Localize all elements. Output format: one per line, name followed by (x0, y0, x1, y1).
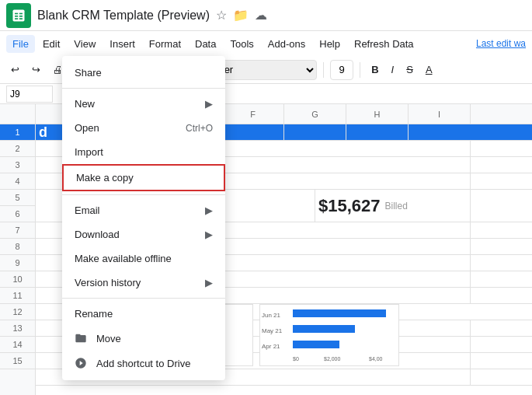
cell-stats-right[interactable]: $15,627 Billed (315, 190, 471, 222)
menu-view[interactable]: View (68, 35, 102, 53)
row-num-2: 2 (0, 141, 35, 157)
row-num-11: 11 (0, 288, 35, 304)
menu-help[interactable]: Help (313, 35, 346, 53)
menu-email-arrow: ▶ (205, 204, 213, 216)
menu-shortcut-item[interactable]: Add shortcut to Drive (62, 351, 225, 376)
cell-g1[interactable] (284, 124, 346, 140)
menu-version-item[interactable]: Version history ▶ (62, 271, 225, 295)
row-num-header (0, 104, 35, 124)
menu-download-item[interactable]: Download ▶ (62, 222, 225, 246)
cell-h1[interactable] (346, 124, 409, 140)
strikethrough-button[interactable]: S (402, 61, 418, 79)
title-icons: ☆ 📁 ☁ (216, 8, 267, 23)
menu-shortcut-label: Add shortcut to Drive (96, 358, 190, 369)
menu-divider-1 (62, 88, 225, 89)
menu-offline-label: Make available offline (75, 253, 172, 264)
drive-folder-icon[interactable]: 📁 (233, 8, 249, 23)
cloud-save-icon[interactable]: ☁ (255, 8, 267, 23)
menu-new-arrow: ▶ (205, 98, 213, 110)
toolbar-separator4 (323, 62, 324, 78)
menu-import-label: Import (75, 146, 103, 158)
menu-open-label: Open (75, 122, 99, 134)
menu-make-copy-label: Make a copy (76, 172, 134, 184)
row-num-1: 1 (0, 124, 35, 141)
menu-make-copy-item[interactable]: Make a copy (62, 164, 225, 191)
menu-format[interactable]: Format (143, 35, 187, 53)
menu-download-arrow: ▶ (205, 229, 213, 240)
row-num-7: 7 (0, 222, 35, 239)
svg-text:Jun 21: Jun 21 (262, 312, 281, 319)
row-num-3: 3 (0, 157, 35, 173)
menu-import-item[interactable]: Import (62, 140, 225, 164)
menu-email-label: Email (75, 204, 100, 216)
menu-move-label: Move (96, 333, 121, 344)
menu-move-item[interactable]: Move (62, 326, 225, 351)
menu-offline-item[interactable]: Make available offline (62, 246, 225, 271)
menu-share-label: Share (75, 67, 102, 79)
row-num-8: 8 (0, 239, 35, 255)
row-num-14: 14 (0, 337, 35, 353)
redo-button[interactable]: ↪ (27, 61, 45, 79)
menu-data[interactable]: Data (189, 35, 222, 53)
menu-rename-label: Rename (75, 308, 113, 320)
menu-share-item[interactable]: Share (62, 61, 225, 85)
undo-button[interactable]: ↩ (6, 61, 24, 79)
svg-text:Apr 21: Apr 21 (262, 343, 280, 350)
shortcut-drive-icon (75, 357, 90, 369)
row-num-9: 9 (0, 255, 35, 271)
last-edit-link[interactable]: Last edit wa (476, 38, 526, 49)
menu-refresh[interactable]: Refresh Data (348, 35, 420, 53)
cell-f1[interactable] (222, 124, 284, 140)
italic-button[interactable]: I (387, 61, 399, 79)
app-icon (6, 3, 31, 28)
svg-rect-3 (15, 16, 18, 17)
menu-download-label: Download (75, 229, 120, 240)
stat-billed-num: $15,627 (318, 196, 381, 216)
title-bar: Blank CRM Template (Preview) ☆ 📁 ☁ (0, 0, 532, 31)
svg-text:$0: $0 (293, 356, 299, 362)
menu-rename-item[interactable]: Rename (62, 302, 225, 326)
menu-insert[interactable]: Insert (103, 35, 141, 53)
col-g: G (284, 104, 346, 124)
menu-edit[interactable]: Edit (37, 35, 66, 53)
toolbar-separator5 (360, 62, 360, 78)
chart-right-svg: Jun 21 May 21 Apr 21 $0 $2,000 $4,00 (260, 305, 400, 367)
stat-billed-label: Billed (385, 201, 408, 211)
bold-button[interactable]: B (367, 61, 383, 79)
menu-new-item[interactable]: New ▶ (62, 92, 225, 116)
menu-version-arrow: ▶ (205, 277, 213, 288)
svg-text:May 21: May 21 (262, 327, 283, 334)
row-numbers: 1 2 3 4 5 6 7 8 9 10 11 12 13 14 15 (0, 104, 36, 395)
cell-reference-input[interactable] (6, 86, 53, 103)
col-h: H (346, 104, 409, 124)
menu-email-item[interactable]: Email ▶ (62, 198, 225, 222)
svg-rect-0 (13, 9, 25, 21)
svg-rect-19 (293, 325, 355, 333)
menu-addons[interactable]: Add-ons (262, 35, 311, 53)
menu-new-label: New (75, 98, 95, 110)
col-i: I (409, 104, 471, 124)
move-folder-icon (75, 332, 90, 344)
menu-tools[interactable]: Tools (224, 35, 259, 53)
chart-right: Jun 21 May 21 Apr 21 $0 $2,000 $4,00 (259, 304, 399, 366)
svg-text:$2,000: $2,000 (324, 356, 341, 362)
menu-version-label: Version history (75, 277, 141, 288)
menu-bar: File Edit View Insert Format Data Tools … (0, 31, 532, 56)
menu-divider-2 (62, 194, 225, 195)
menu-divider-3 (62, 298, 225, 299)
svg-rect-17 (293, 309, 386, 317)
svg-rect-6 (19, 18, 23, 19)
menu-open-item[interactable]: Open Ctrl+O (62, 116, 225, 140)
row-num-13: 13 (0, 320, 35, 337)
row-num-5: 5 (0, 190, 35, 206)
menu-file[interactable]: File (6, 35, 35, 53)
row-num-12: 12 (0, 304, 35, 320)
row-num-6: 6 (0, 206, 35, 222)
font-size-input[interactable] (330, 60, 353, 80)
document-title: Blank CRM Template (Preview) (37, 9, 210, 23)
svg-rect-5 (15, 18, 18, 19)
svg-rect-1 (15, 12, 18, 14)
underline-button[interactable]: A (421, 61, 437, 79)
bookmark-icon[interactable]: ☆ (216, 8, 227, 23)
svg-rect-21 (293, 341, 339, 348)
